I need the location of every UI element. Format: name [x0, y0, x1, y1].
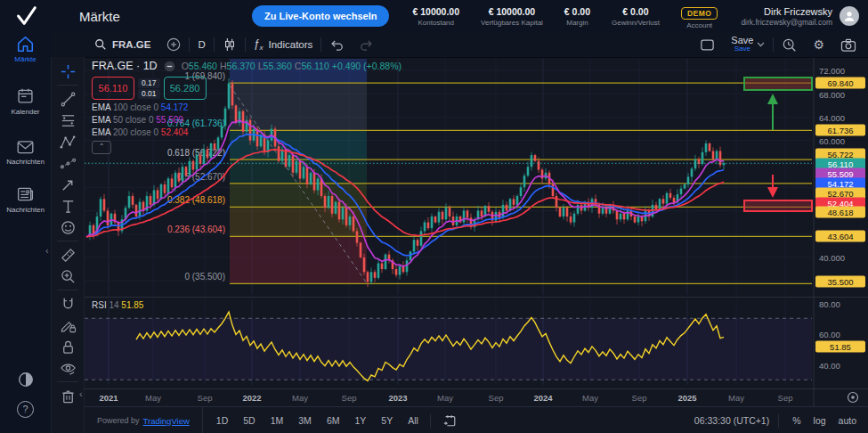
trash-icon [60, 388, 77, 404]
range-button-5y[interactable]: 5Y [375, 413, 399, 429]
range-button-1m[interactable]: 1M [264, 413, 290, 429]
range-button-3m[interactable]: 3M [292, 413, 318, 429]
svg-text:69.840: 69.840 [827, 78, 853, 88]
svg-text:60.00: 60.00 [819, 330, 840, 339]
range-button-1y[interactable]: 1Y [348, 413, 372, 429]
chevron-down-icon [757, 42, 765, 47]
annotations[interactable] [744, 78, 812, 211]
log-scale-toggle[interactable]: log [809, 413, 831, 428]
sidebar-item-kalender[interactable]: Kalender [0, 86, 51, 116]
ema-50-legend[interactable]: EMA 50 close 0 55.509 [92, 115, 402, 125]
svg-text:68.000: 68.000 [819, 90, 845, 100]
text-tool[interactable] [56, 195, 79, 216]
tradingview-link[interactable]: TradingView [143, 416, 190, 426]
broker-logo[interactable] [0, 0, 51, 32]
ema-100-legend[interactable]: EMA 100 close 0 54.172 [92, 102, 402, 112]
tradingview-attribution: Powered by TradingView [85, 407, 203, 433]
sidebar-item-maerkte[interactable]: Märkte [0, 36, 51, 63]
save-layout-button[interactable]: Save Save [723, 36, 773, 53]
fib-retracement-tool[interactable] [56, 110, 79, 131]
emoji-tool[interactable] [56, 216, 79, 238]
price-axis[interactable]: 72.00069.84068.00064.00061.73660.00056.7… [815, 66, 865, 371]
fullscreen-button[interactable] [692, 38, 723, 52]
trend-line-tool[interactable] [56, 88, 79, 110]
svg-text:80.00: 80.00 [819, 299, 840, 309]
trading-platform-window: Märkte Kalender Nachrichten [0, 0, 868, 433]
range-button-1d[interactable]: 1D [210, 413, 234, 429]
drawbar-collapse-handle[interactable]: ‹ [79, 389, 83, 398]
time-axis[interactable]: 2021MaySep2022MaySep2023MaySep2024MaySep… [99, 393, 792, 403]
sell-bid-button[interactable]: 56.110 [92, 77, 134, 100]
legend-symbol-title[interactable]: FRA.GE · 1D [92, 60, 158, 72]
symbol-search-button[interactable]: FRA.GE [86, 32, 158, 57]
percent-scale-toggle[interactable]: % [788, 413, 805, 428]
screenshot-button[interactable] [832, 38, 864, 52]
user-avatar[interactable] [840, 6, 859, 26]
svg-text:52.670: 52.670 [827, 189, 853, 199]
indicators-button[interactable]: ƒx Indicators [246, 32, 321, 57]
demo-badge: DEMO [681, 7, 718, 20]
interval-button[interactable]: D [190, 32, 213, 57]
user-name: Dirk Friczewsky [741, 6, 832, 17]
envelope-icon [16, 139, 35, 155]
nav-collapse-handle[interactable]: ‹ [45, 246, 49, 255]
checkmark-logo-icon [11, 3, 41, 29]
magnet-tool[interactable] [56, 293, 79, 315]
buy-ask-button[interactable]: 56.280 [164, 77, 207, 100]
chart-settings-button[interactable]: ⚙ [805, 37, 832, 52]
go-to-date-button[interactable] [436, 411, 463, 430]
contrast-icon [17, 371, 35, 388]
sidebar-item-nachrichten-news[interactable]: Nachrichten [0, 185, 51, 214]
lock-all-drawings-tool[interactable] [56, 336, 79, 357]
range-button-all[interactable]: All [402, 413, 425, 429]
xabcd-pattern-tool[interactable] [56, 131, 79, 152]
theme-toggle[interactable] [17, 371, 35, 388]
axis-settings-icon[interactable] [848, 393, 858, 403]
redo-button[interactable] [352, 32, 382, 57]
ema-200-legend[interactable]: EMA 200 close 0 52.404 [92, 127, 402, 137]
crosshair-tool[interactable] [56, 61, 79, 82]
svg-text:35.500: 35.500 [827, 277, 853, 287]
rsi-legend[interactable]: RSI 14 51.85 [92, 300, 143, 310]
sidebar-item-label: Nachrichten [0, 206, 51, 214]
text-icon [60, 198, 77, 215]
clock-display[interactable]: 06:33:30 (UTC+1) [694, 415, 769, 426]
compare-add-symbol-button[interactable] [158, 32, 189, 57]
hide-drawings-tool[interactable] [56, 357, 79, 379]
range-button-5d[interactable]: 5D [237, 413, 261, 429]
prediction-tool[interactable] [56, 152, 79, 174]
account-type-selector[interactable]: DEMO Account [681, 4, 718, 29]
arrow-marker-tool[interactable] [56, 174, 79, 195]
chart-legend: FRA.GE · 1D O55.460 H56.370 L55.360 C56.… [92, 60, 402, 154]
stay-in-drawing-mode-tool[interactable] [56, 315, 79, 336]
undo-button[interactable] [321, 32, 352, 57]
chart-area[interactable]: 1 (69.840)0.764 (61.736)0.618 (56.722)0.… [85, 57, 868, 406]
fib-label: 0.236 (43.604) [167, 225, 225, 234]
switch-to-live-account-button[interactable]: Zu Live-Konto wechseln [252, 5, 390, 27]
sidebar-item-nachrichten-mail[interactable]: Nachrichten [0, 139, 51, 166]
magnet-icon [60, 296, 77, 313]
pencil-lock-icon [60, 317, 77, 334]
zoom-in-tool[interactable] [56, 266, 79, 287]
undo-icon [329, 38, 344, 51]
auto-scale-toggle[interactable]: auto [834, 413, 861, 428]
measure-tool[interactable] [56, 244, 79, 266]
fib-label: 0.5 (52.670) [177, 172, 225, 182]
svg-text:54.172: 54.172 [827, 179, 853, 189]
stat-verfuegbares-kapital: € 10000.00 Verfügbares Kapital [481, 6, 543, 27]
chart-type-button[interactable] [215, 32, 245, 57]
collapse-circle-icon[interactable] [164, 61, 175, 72]
go-to-date-icon [442, 413, 457, 428]
svg-text:43.604: 43.604 [827, 232, 853, 241]
svg-text:72.000: 72.000 [819, 66, 845, 76]
fib-label: 0 (35.500) [184, 272, 225, 282]
help-button[interactable]: ? [17, 401, 35, 419]
redo-icon [360, 38, 374, 51]
legend-collapse-button[interactable]: ⌃ [92, 141, 111, 154]
range-button-6m[interactable]: 6M [320, 413, 346, 429]
remove-drawings-tool[interactable] [56, 385, 79, 406]
sidebar-item-label: Märkte [0, 55, 51, 63]
market-hours-button[interactable] [774, 37, 805, 53]
powered-by-label: Powered by [97, 416, 140, 425]
xabcd-pattern-icon [60, 134, 77, 151]
